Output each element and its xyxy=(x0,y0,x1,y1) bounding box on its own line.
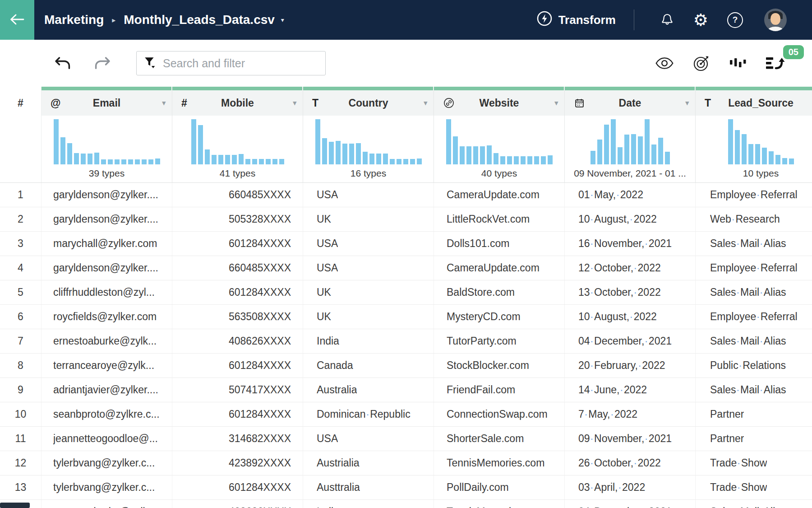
cell-date[interactable]: 10·August,·2022 xyxy=(565,207,696,231)
cell-country[interactable]: USA xyxy=(303,232,434,256)
cell-website[interactable]: PollDaily.com xyxy=(434,475,565,499)
undo-button[interactable] xyxy=(53,56,72,71)
cell-mobile[interactable]: 601284XXXX xyxy=(172,354,303,378)
user-avatar[interactable] xyxy=(764,9,787,31)
cell-lead[interactable]: Public·Relations xyxy=(696,354,812,378)
cell-website[interactable]: TennisMemori... xyxy=(434,500,565,508)
cell-email[interactable]: seanbproto@zylkre.c... xyxy=(42,402,172,426)
cell-mobile[interactable]: 660485XXXX xyxy=(172,256,303,280)
cell-website[interactable]: Dolls101.com xyxy=(434,232,565,256)
cell-website[interactable]: CameraUpdate.com xyxy=(434,183,565,207)
column-histogram[interactable]: 09 November, 2021 - 01 ... xyxy=(565,116,695,182)
cell-date[interactable]: 13·October,·2022 xyxy=(565,280,696,304)
cell-email[interactable]: cliffrhuddleston@zyl... xyxy=(42,280,172,304)
cell-lead[interactable]: Sales·Mail·Alias xyxy=(696,280,812,304)
cell-date[interactable]: 04·December,·2021 xyxy=(565,329,696,353)
column-histogram[interactable]: 16 types xyxy=(303,116,434,182)
cell-mobile[interactable]: 408626XXXX xyxy=(172,500,303,508)
cell-lead[interactable]: Sales·Mail·Alias xyxy=(696,329,812,353)
column-histogram[interactable]: 10 types xyxy=(696,116,812,182)
cell-date[interactable]: 26·October,·2022 xyxy=(565,451,696,475)
cell-mobile[interactable]: 563508XXXX xyxy=(172,305,303,329)
cell-email[interactable]: adriantjavier@zylker.... xyxy=(42,378,172,402)
cell-lead[interactable]: Trade·Show xyxy=(696,451,812,475)
cell-mobile[interactable]: 601284XXXX xyxy=(172,475,303,499)
chevron-down-icon[interactable]: ▾ xyxy=(424,99,427,107)
cell-country[interactable]: Canada xyxy=(303,354,434,378)
cell-website[interactable]: TennisMemories.com xyxy=(434,451,565,475)
cell-lead[interactable]: Sales·Mail·Alias xyxy=(696,378,812,402)
cell-date[interactable]: 09·November,·2021 xyxy=(565,427,696,451)
cell-lead[interactable]: Sales·Mail·Alias xyxy=(696,500,812,508)
cell-mobile[interactable]: 601284XXXX xyxy=(172,402,303,426)
cell-date[interactable]: 01·May,·2022 xyxy=(565,183,696,207)
cell-mobile[interactable]: 507417XXXX xyxy=(172,378,303,402)
cell-country[interactable]: USA xyxy=(303,256,434,280)
chevron-down-icon[interactable]: ▾ xyxy=(162,99,166,107)
cell-website[interactable]: LittleRockVet.com xyxy=(434,207,565,231)
cell-website[interactable]: ShorterSale.com xyxy=(434,427,565,451)
cell-country[interactable]: Australia xyxy=(303,378,434,402)
cell-email[interactable]: garyldenson@zylker.... xyxy=(42,183,172,207)
cell-mobile[interactable]: 660485XXXX xyxy=(172,183,303,207)
settings-gear-icon[interactable]: ⚙ xyxy=(693,12,708,28)
cell-mobile[interactable]: 408626XXXX xyxy=(172,329,303,353)
cell-date[interactable]: 20·February,·2022 xyxy=(565,354,696,378)
cell-email[interactable]: jeannetteogoodloe@... xyxy=(42,427,172,451)
notifications-bell-icon[interactable] xyxy=(660,13,674,27)
chevron-down-icon[interactable]: ▾ xyxy=(554,99,558,107)
cell-date[interactable]: 16·November,·2021 xyxy=(565,232,696,256)
cell-mobile[interactable]: 601284XXXX xyxy=(172,280,303,304)
target-icon[interactable] xyxy=(693,55,710,72)
cell-email[interactable]: garyldenson@zylker.... xyxy=(42,207,172,231)
cell-lead[interactable]: Partner xyxy=(696,427,812,451)
cell-date[interactable]: 7·May,·2022 xyxy=(565,402,696,426)
cell-country[interactable]: USA xyxy=(303,183,434,207)
redo-button[interactable] xyxy=(93,56,112,71)
cell-lead[interactable]: Partner xyxy=(696,402,812,426)
column-header-mobile[interactable]: #Mobile▾41 types xyxy=(172,87,303,182)
cell-email[interactable]: tylerbvang@zylker.c... xyxy=(42,475,172,499)
cell-country[interactable]: Austtralia xyxy=(303,475,434,499)
cell-mobile[interactable]: 423892XXXX xyxy=(172,451,303,475)
cell-date[interactable]: 10·August,·2022 xyxy=(565,305,696,329)
help-icon[interactable]: ? xyxy=(727,12,743,28)
cell-email[interactable]: tylerbvang@zylker.c... xyxy=(42,451,172,475)
cell-email[interactable]: terrancearoye@zylk... xyxy=(42,354,172,378)
column-header-lead_source[interactable]: TLead_Source10 types xyxy=(696,87,812,182)
cell-lead[interactable]: Employee·Referral xyxy=(696,256,812,280)
cell-mobile[interactable]: 314682XXXX xyxy=(172,427,303,451)
cell-email[interactable]: ernestoaburke@zylk... xyxy=(42,329,172,353)
cell-country[interactable]: UK xyxy=(303,305,434,329)
applied-steps-icon[interactable]: 05 xyxy=(765,55,785,71)
cell-date[interactable]: 04·December,·2021 xyxy=(565,500,696,508)
column-header-date[interactable]: Date▾09 November, 2021 - 01 ... xyxy=(565,87,696,182)
cell-country[interactable]: UK xyxy=(303,207,434,231)
filename-dropdown-icon[interactable]: ▾ xyxy=(281,16,284,23)
cell-country[interactable]: UK xyxy=(303,280,434,304)
chevron-down-icon[interactable]: ▾ xyxy=(293,99,296,107)
preview-eye-icon[interactable] xyxy=(655,57,674,70)
cell-lead[interactable]: Employee·Referral xyxy=(696,305,812,329)
cell-lead[interactable]: Web·Research xyxy=(696,207,812,231)
cell-lead[interactable]: Sales·Mail·Alias xyxy=(696,232,812,256)
column-header-country[interactable]: TCountry▾16 types xyxy=(303,87,434,182)
cell-country[interactable]: Austrialia xyxy=(303,451,434,475)
cell-website[interactable]: FriendFail.com xyxy=(434,378,565,402)
back-button[interactable] xyxy=(0,0,34,40)
cell-country[interactable]: USA xyxy=(303,427,434,451)
horizontal-scrollbar-thumb[interactable] xyxy=(0,503,30,508)
transform-button[interactable]: Transform xyxy=(536,10,616,30)
breadcrumb-filename[interactable]: Monthly_Leads_Data.csv xyxy=(124,13,275,27)
cell-website[interactable]: MysteryCD.com xyxy=(434,305,565,329)
column-header-website[interactable]: Website▾40 types xyxy=(434,87,565,182)
cell-email[interactable]: garyldenson@zylker.... xyxy=(42,256,172,280)
cell-lead[interactable]: Employee·Referral xyxy=(696,183,812,207)
cell-email[interactable]: ernestoaburke@zylk... xyxy=(42,500,172,508)
cell-date[interactable]: 03·April,·2022 xyxy=(565,475,696,499)
cell-website[interactable]: BaldStore.com xyxy=(434,280,565,304)
cell-website[interactable]: CameraUpdate.com xyxy=(434,256,565,280)
cell-mobile[interactable]: 505328XXXX xyxy=(172,207,303,231)
chevron-down-icon[interactable]: ▾ xyxy=(685,99,689,107)
cell-date[interactable]: 12·October,·2022 xyxy=(565,256,696,280)
